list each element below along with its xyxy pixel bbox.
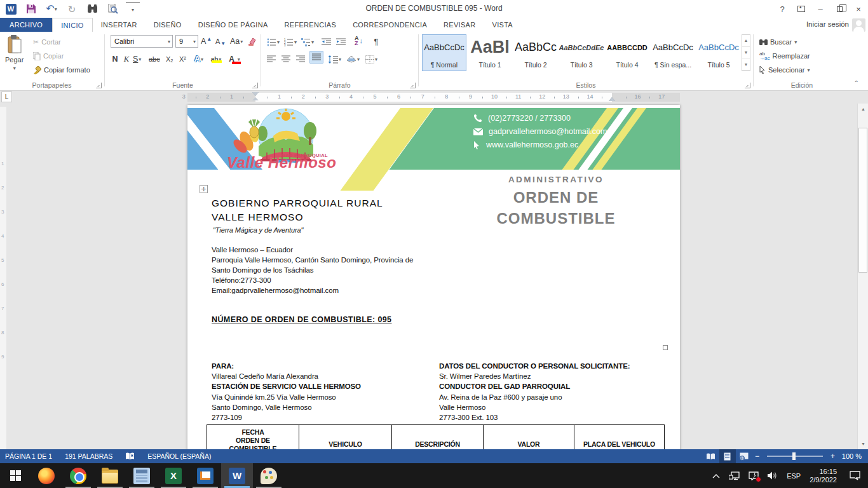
zoom-slider-handle[interactable] <box>792 452 796 460</box>
page-indicator[interactable]: PÁGINA 1 DE 1 <box>5 452 52 460</box>
style-titulo-4[interactable]: AABBCCDD Título 4 <box>605 34 649 71</box>
copy-button[interactable]: Copiar <box>33 50 64 62</box>
language-indicator[interactable]: ESPAÑOL (ESPAÑA) <box>147 452 211 460</box>
italic-button[interactable]: K <box>123 52 130 66</box>
start-button[interactable] <box>0 463 31 488</box>
tab-diseno[interactable]: DISEÑO <box>146 18 190 32</box>
tab-revisar[interactable]: REVISAR <box>435 18 484 32</box>
zoom-in-button[interactable]: + <box>828 452 837 461</box>
sign-in-link[interactable]: Iniciar sesión <box>806 20 849 28</box>
collapse-ribbon-icon[interactable]: ⌃ <box>854 79 859 86</box>
underline-button[interactable]: S▾ <box>133 52 141 66</box>
line-spacing-button[interactable]: ▾ <box>328 52 341 66</box>
user-avatar[interactable] <box>852 18 865 32</box>
find-button[interactable]: Buscar▾ <box>759 36 797 48</box>
hanging-indent-marker[interactable] <box>252 97 259 100</box>
zoom-out-button[interactable]: − <box>752 452 762 461</box>
styles-more-icon[interactable]: ▼ <box>742 58 750 71</box>
scroll-up-icon[interactable]: ▲ <box>858 104 868 114</box>
cut-button[interactable]: ✂ Cortar <box>33 36 61 48</box>
format-painter-button[interactable]: Copiar formato <box>33 64 90 76</box>
style-titulo-5[interactable]: AaBbCcDc Título 5 <box>696 34 741 71</box>
bold-button[interactable]: N <box>111 52 119 66</box>
style-titulo-2[interactable]: AaBbCc Título 2 <box>513 34 558 71</box>
table-move-handle[interactable]: ✛ <box>200 185 208 193</box>
minimize-button[interactable]: – <box>811 0 830 18</box>
tab-archivo[interactable]: ARCHIVO <box>0 18 52 32</box>
strikethrough-button[interactable]: abc <box>149 52 160 66</box>
word-count[interactable]: 191 PALABRAS <box>65 452 112 460</box>
text-highlight-button[interactable]: ab▾ <box>211 52 221 66</box>
scroll-down-icon[interactable]: ▼ <box>858 438 868 449</box>
styles-dialog-launcher[interactable] <box>745 83 750 88</box>
font-dialog-launcher[interactable] <box>252 83 258 88</box>
restore-button[interactable] <box>830 0 849 18</box>
replace-button[interactable]: ab→ac Reemplazar <box>759 50 810 62</box>
tray-language[interactable]: ESP <box>787 472 801 480</box>
change-case-button[interactable]: Aa▾ <box>230 34 243 48</box>
justify-button[interactable] <box>309 51 323 64</box>
text-effects-button[interactable]: A▾ <box>194 52 203 66</box>
first-line-indent-marker[interactable] <box>252 92 259 96</box>
borders-button[interactable]: ▾ <box>365 52 377 66</box>
close-button[interactable]: × <box>849 0 868 18</box>
grow-font-button[interactable]: A▲ <box>201 34 212 48</box>
multilevel-list-button[interactable]: ▾ <box>301 35 314 49</box>
taskbar-calculator[interactable] <box>126 463 158 488</box>
shading-button[interactable]: ▾ <box>346 52 360 66</box>
action-center-icon[interactable] <box>749 471 759 480</box>
style-titulo-3[interactable]: AaBbCcDdEe Título 3 <box>559 34 604 71</box>
paste-button[interactable]: Pegar ▾ <box>5 35 24 71</box>
font-size-combobox[interactable]: 9▾ <box>175 35 198 48</box>
speaker-icon[interactable] <box>768 471 778 480</box>
align-right-button[interactable] <box>296 52 305 66</box>
tray-clock[interactable]: 16:15 2/9/2022 <box>810 468 837 484</box>
fuel-order-table[interactable]: FECHA ORDEN DE COMBUSTIBLE VEHICULO DESC… <box>207 424 665 449</box>
zoom-slider[interactable] <box>767 456 823 457</box>
tab-insertar[interactable]: INSERTAR <box>93 18 146 32</box>
style-normal[interactable]: AaBbCcDc ¶ Normal <box>422 34 466 71</box>
vertical-scrollbar[interactable]: ▲ ▼ <box>857 104 868 449</box>
style-sin-espaciado[interactable]: AaBbCcDc ¶ Sin espa... <box>651 34 695 71</box>
decrease-indent-button[interactable] <box>322 35 331 49</box>
taskbar-chrome[interactable] <box>62 463 94 488</box>
align-left-button[interactable] <box>267 52 276 66</box>
taskbar-file-explorer[interactable] <box>94 463 126 488</box>
styles-gallery-scrollbar[interactable]: ▲ ▼ ▼ <box>742 34 750 71</box>
font-family-combobox[interactable]: Calibri▾ <box>111 35 173 48</box>
styles-scroll-up-icon[interactable]: ▲ <box>742 35 750 47</box>
styles-scroll-down-icon[interactable]: ▼ <box>742 47 750 59</box>
font-color-button[interactable]: A▾ <box>230 52 239 66</box>
tab-vista[interactable]: VISTA <box>484 18 521 32</box>
tray-chevron-up-icon[interactable] <box>712 473 720 478</box>
ribbon-display-options-button[interactable] <box>792 0 811 18</box>
tab-diseno-de-pagina[interactable]: DISEÑO DE PÁGINA <box>190 18 276 32</box>
right-indent-marker[interactable] <box>609 97 615 101</box>
taskbar-powerpoint[interactable] <box>189 463 221 488</box>
read-mode-button[interactable] <box>703 449 719 463</box>
show-hide-pilcrow-button[interactable]: ¶ <box>371 34 381 48</box>
style-titulo-1[interactable]: AaBl Título 1 <box>468 34 512 71</box>
paragraph-dialog-launcher[interactable] <box>410 83 416 88</box>
tab-inicio[interactable]: INICIO <box>52 18 92 32</box>
tab-referencias[interactable]: REFERENCIAS <box>276 18 345 32</box>
taskbar-word-active[interactable]: W <box>221 463 253 488</box>
help-button[interactable]: ? <box>773 0 792 18</box>
notification-center-icon[interactable] <box>850 471 860 480</box>
taskbar-paint[interactable] <box>253 463 285 488</box>
paste-dropdown-caret[interactable]: ▾ <box>13 65 16 71</box>
zoom-level[interactable]: 100 % <box>837 452 868 460</box>
sort-button[interactable]: AZ↓ <box>355 34 363 48</box>
select-button[interactable]: Seleccionar▾ <box>759 64 810 76</box>
network-icon[interactable] <box>729 471 740 480</box>
taskbar-excel[interactable]: X <box>158 463 189 488</box>
align-center-button[interactable] <box>281 52 290 66</box>
subscript-button[interactable]: X₂ <box>166 52 173 66</box>
scrollbar-thumb[interactable] <box>858 128 867 273</box>
numbering-button[interactable]: 123▾ <box>284 35 297 49</box>
clear-formatting-button[interactable] <box>248 34 257 48</box>
web-layout-button[interactable] <box>736 449 752 463</box>
superscript-button[interactable]: X² <box>179 52 186 66</box>
clipboard-dialog-launcher[interactable] <box>96 83 102 88</box>
bullets-button[interactable]: ▾ <box>267 35 280 49</box>
